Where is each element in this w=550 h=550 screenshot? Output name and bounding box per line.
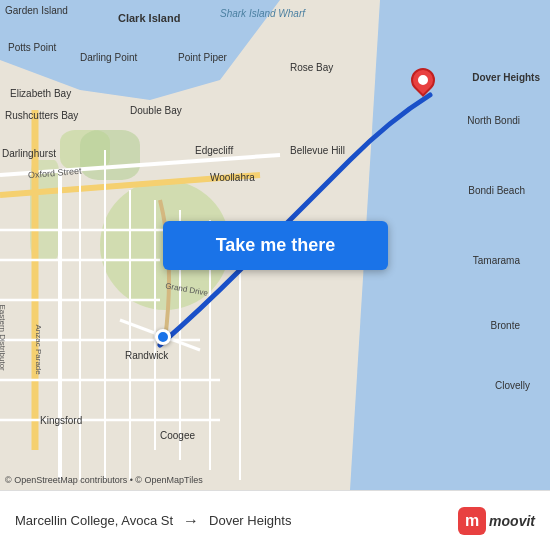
moovit-m-icon: m — [458, 507, 486, 535]
origin-label: Marcellin College, Avoca St — [15, 513, 173, 528]
moovit-text: moovit — [489, 513, 535, 529]
arrow-icon: → — [183, 512, 199, 530]
map-attribution: © OpenStreetMap contributors • © OpenMap… — [5, 475, 203, 485]
start-pin — [155, 329, 171, 345]
svg-line-0 — [0, 155, 280, 175]
moovit-logo: m moovit — [458, 507, 535, 535]
destination-label: Dover Heights — [209, 513, 291, 528]
pin-inner-dot — [416, 73, 430, 87]
take-me-there-button[interactable]: Take me there — [163, 221, 388, 270]
destination-pin — [411, 68, 435, 98]
map-container: Clark Island Shark Island Wharf Garden I… — [0, 0, 550, 490]
bottom-bar: Marcellin College, Avoca St → Dover Heig… — [0, 490, 550, 550]
